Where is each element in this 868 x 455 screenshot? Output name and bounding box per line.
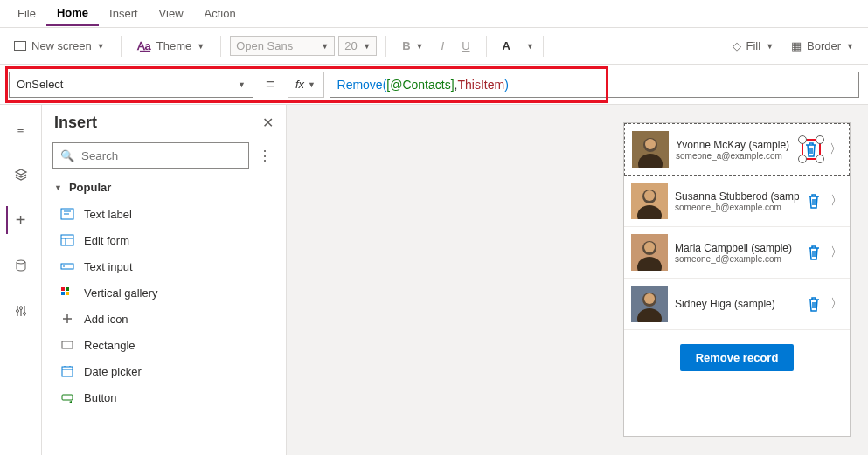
data-icon	[14, 259, 28, 272]
formula-bar: OnSelect ▼ = fx ▼ Remove( [@Contacts], T…	[0, 65, 868, 105]
property-value: OnSelect	[17, 78, 63, 91]
font-value: Open Sans	[236, 39, 293, 52]
left-iconbar: ≡ +	[0, 105, 42, 455]
close-icon[interactable]: ✕	[262, 114, 274, 131]
menu-file[interactable]: File	[7, 2, 46, 25]
fill-button[interactable]: ◇ Fill ▼	[726, 36, 781, 56]
contact-name: Yvonne McKay (sample)	[676, 139, 795, 151]
search-input[interactable]: 🔍	[52, 142, 249, 169]
svg-rect-10	[66, 292, 69, 295]
insert-item-gallery[interactable]: Vertical gallery	[42, 279, 286, 306]
insert-item-date[interactable]: Date picker	[42, 358, 286, 384]
formula-token: Remove	[337, 78, 383, 92]
new-screen-button[interactable]: New screen ▼	[7, 36, 112, 56]
fontsize-select[interactable]: 20 ▼	[338, 36, 377, 56]
separator	[220, 36, 221, 57]
contact-name: Maria Campbell (sample)	[675, 242, 799, 254]
canvas-area[interactable]: Yvonne McKay (sample)someone_a@example.c…	[287, 105, 868, 455]
layers-icon	[14, 168, 28, 182]
contact-row[interactable]: Maria Campbell (sample)someone_d@example…	[624, 227, 850, 279]
font-select[interactable]: Open Sans ▼	[230, 36, 335, 56]
menu-home[interactable]: Home	[46, 1, 99, 26]
svg-rect-12	[62, 367, 73, 376]
separator	[121, 36, 122, 57]
insert-panel: Insert ✕ 🔍 ⋮ ▼ Popular Text labelEdit fo…	[42, 105, 287, 455]
chevron-right-icon[interactable]: 〉	[829, 245, 844, 260]
menu-view[interactable]: View	[149, 2, 194, 25]
trash-icon[interactable]	[806, 192, 822, 210]
data-button[interactable]	[7, 252, 35, 279]
date-icon	[59, 364, 75, 378]
contact-row[interactable]: Susanna Stubberod (sample)someone_b@exam…	[624, 176, 850, 227]
svg-point-1	[16, 310, 18, 313]
svg-rect-6	[61, 264, 73, 269]
contact-info: Sidney Higa (sample)	[675, 298, 799, 310]
svg-point-21	[644, 190, 655, 201]
insert-item-label: Edit form	[84, 234, 129, 247]
bold-button[interactable]: B ▼	[395, 36, 430, 56]
border-button[interactable]: ▦ Border ▼	[784, 36, 861, 56]
fontsize-value: 20	[344, 39, 357, 52]
formula-token: [@Contacts]	[386, 78, 454, 92]
chevron-right-icon[interactable]: 〉	[829, 296, 844, 312]
contact-row[interactable]: Sidney Higa (sample)〉	[624, 279, 850, 330]
formula-token: ThisItem	[457, 78, 504, 92]
form-icon	[59, 233, 75, 247]
selected-trash-icon[interactable]	[802, 139, 821, 160]
theme-button[interactable]: A͟a Theme ▼	[130, 36, 212, 56]
formula-input[interactable]: Remove( [@Contacts], ThisItem )	[330, 72, 859, 98]
plus-icon	[59, 312, 75, 326]
search-icon: 🔍	[60, 149, 74, 162]
insert-item-form[interactable]: Edit form	[42, 227, 286, 253]
underline-button[interactable]: U	[455, 36, 476, 56]
separator	[385, 36, 386, 57]
insert-item-rect[interactable]: Rectangle	[42, 332, 286, 358]
chevron-down-icon[interactable]: ▼	[526, 42, 534, 51]
insert-item-label: Text input	[84, 260, 133, 273]
search-field[interactable]	[81, 149, 241, 162]
insert-item-plus[interactable]: Add icon	[42, 306, 286, 332]
ribbon: New screen ▼ A͟a Theme ▼ Open Sans ▼ 20 …	[0, 28, 868, 65]
category-header[interactable]: ▼ Popular	[42, 174, 286, 201]
tree-view-button[interactable]: ≡	[7, 115, 35, 143]
category-label: Popular	[69, 181, 111, 194]
trash-icon[interactable]	[806, 244, 822, 261]
insert-item-label: Rectangle	[84, 339, 135, 352]
contact-email: someone_d@example.com	[675, 254, 799, 264]
insert-button[interactable]: +	[6, 206, 34, 234]
contact-row[interactable]: Yvonne McKay (sample)someone_a@example.c…	[624, 123, 850, 176]
chevron-down-icon: ▼	[97, 42, 105, 51]
text-icon	[59, 207, 75, 221]
remove-record-button[interactable]: Remove record	[680, 344, 795, 371]
screen-icon	[14, 41, 26, 51]
input-icon	[59, 259, 75, 273]
insert-header: Insert ✕	[42, 105, 286, 137]
property-select[interactable]: OnSelect ▼	[9, 72, 253, 98]
contact-info: Maria Campbell (sample)someone_d@example…	[675, 242, 799, 264]
avatar	[632, 131, 669, 168]
fx-button[interactable]: fx ▼	[288, 72, 324, 98]
contact-info: Yvonne McKay (sample)someone_a@example.c…	[676, 139, 795, 161]
settings-button[interactable]	[7, 297, 35, 325]
italic-button[interactable]: I	[434, 36, 452, 56]
insert-item-text[interactable]: Text label	[42, 201, 286, 227]
insert-item-label: Text label	[84, 208, 132, 221]
chevron-right-icon[interactable]: 〉	[828, 141, 844, 157]
formula-token: )	[504, 78, 509, 92]
more-icon[interactable]: ⋮	[254, 148, 275, 164]
insert-item-button[interactable]: Button	[42, 384, 286, 410]
theme-icon: A͟a	[137, 39, 151, 52]
svg-point-29	[644, 293, 655, 304]
insert-list: Text labelEdit formText inputVertical ga…	[42, 201, 286, 410]
menu-action[interactable]: Action	[194, 2, 247, 25]
svg-rect-13	[62, 395, 73, 400]
chevron-right-icon[interactable]: 〉	[829, 193, 844, 209]
menu-insert[interactable]: Insert	[99, 2, 149, 25]
separator	[486, 36, 487, 57]
trash-icon[interactable]	[806, 295, 822, 313]
font-color-button[interactable]: A	[496, 36, 523, 56]
equals-sign: =	[259, 75, 282, 93]
insert-item-input[interactable]: Text input	[42, 253, 286, 279]
gallery-icon	[59, 286, 75, 300]
layers-button[interactable]	[7, 161, 35, 189]
